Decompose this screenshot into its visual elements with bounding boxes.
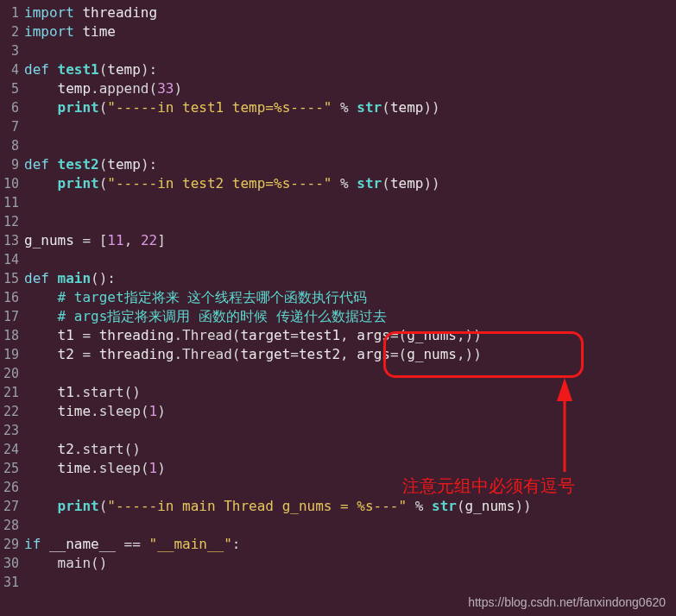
line-number: 3 — [0, 41, 19, 60]
code-line: print("-----in test1 temp=%s----" % str(… — [24, 98, 676, 117]
line-number: 29 — [0, 535, 19, 554]
code-line — [24, 117, 676, 136]
code-line: t1.start() — [24, 383, 676, 402]
line-number: 30 — [0, 554, 19, 573]
line-number: 27 — [0, 497, 19, 516]
code-line: t2.start() — [24, 440, 676, 459]
line-number-gutter: 1234567891011121314151617181920212223242… — [0, 3, 24, 592]
code-line — [24, 364, 676, 383]
code-line: def test1(temp): — [24, 60, 676, 79]
code-line — [24, 421, 676, 440]
line-number: 28 — [0, 516, 19, 535]
code-line: def test2(temp): — [24, 155, 676, 174]
code-line — [24, 573, 676, 592]
code-line — [24, 41, 676, 60]
line-number: 5 — [0, 79, 19, 98]
line-number: 14 — [0, 250, 19, 269]
line-number: 19 — [0, 345, 19, 364]
line-number: 9 — [0, 155, 19, 174]
line-number: 23 — [0, 421, 19, 440]
code-line: import threading — [24, 3, 676, 22]
line-number: 25 — [0, 459, 19, 478]
line-number: 11 — [0, 193, 19, 212]
code-line: t1 = threading.Thread(target=test1, args… — [24, 326, 676, 345]
line-number: 4 — [0, 60, 19, 79]
code-line — [24, 136, 676, 155]
line-number: 26 — [0, 478, 19, 497]
line-number: 1 — [0, 3, 19, 22]
line-number: 22 — [0, 402, 19, 421]
line-number: 20 — [0, 364, 19, 383]
code-line: g_nums = [11, 22] — [24, 231, 676, 250]
line-number: 10 — [0, 174, 19, 193]
code-line — [24, 193, 676, 212]
code-line: # args指定将来调用 函数的时候 传递什么数据过去 — [24, 307, 676, 326]
annotation-text: 注意元组中必须有逗号 — [402, 475, 575, 498]
code-line — [24, 212, 676, 231]
code-line: time.sleep(1) — [24, 402, 676, 421]
line-number: 8 — [0, 136, 19, 155]
line-number: 2 — [0, 22, 19, 41]
code-line: def main(): — [24, 269, 676, 288]
line-number: 31 — [0, 573, 19, 592]
line-number: 21 — [0, 383, 19, 402]
line-number: 12 — [0, 212, 19, 231]
line-number: 6 — [0, 98, 19, 117]
code-editor: 1234567891011121314151617181920212223242… — [0, 0, 676, 592]
line-number: 16 — [0, 288, 19, 307]
code-line: if __name__ == "__main__": — [24, 535, 676, 554]
code-line — [24, 516, 676, 535]
line-number: 18 — [0, 326, 19, 345]
code-line — [24, 478, 676, 497]
line-number: 24 — [0, 440, 19, 459]
line-number: 15 — [0, 269, 19, 288]
code-line: print("-----in test2 temp=%s----" % str(… — [24, 174, 676, 193]
line-number: 13 — [0, 231, 19, 250]
code-line: time.sleep(1) — [24, 459, 676, 478]
code-line — [24, 250, 676, 269]
line-number: 7 — [0, 117, 19, 136]
line-number: 17 — [0, 307, 19, 326]
code-line: print("-----in main Thread g_nums = %s--… — [24, 497, 676, 516]
watermark: https://blog.csdn.net/fanxindong0620 — [468, 595, 666, 609]
code-line: import time — [24, 22, 676, 41]
code-line: main() — [24, 554, 676, 573]
code-line: t2 = threading.Thread(target=test2, args… — [24, 345, 676, 364]
code-body: import threadingimport time def test1(te… — [24, 3, 676, 592]
code-line: temp.append(33) — [24, 79, 676, 98]
code-line: # target指定将来 这个线程去哪个函数执行代码 — [24, 288, 676, 307]
